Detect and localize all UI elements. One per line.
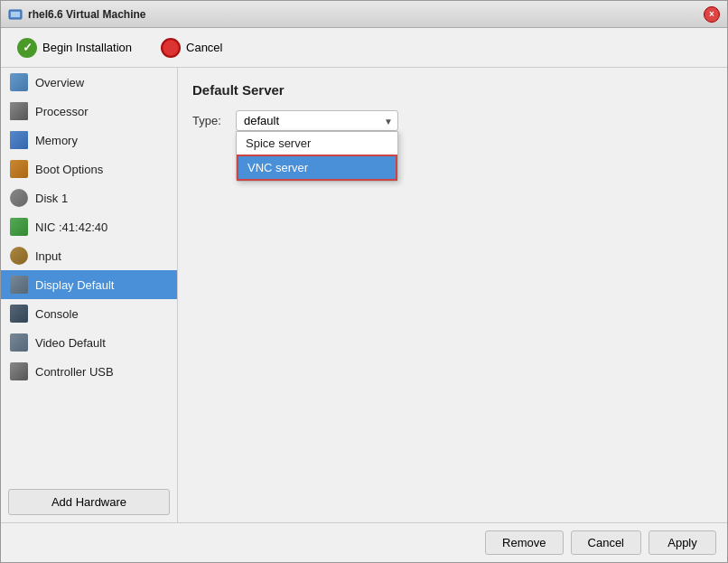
type-label: Type: — [192, 114, 229, 127]
type-form-row: Type: default Spice server VNC server ▼ … — [192, 110, 713, 131]
controller-icon — [10, 362, 28, 380]
sidebar-item-processor[interactable]: Processor — [1, 97, 177, 126]
sidebar-label-display-default: Display Default — [35, 278, 114, 292]
footer-cancel-button[interactable]: Cancel — [571, 530, 641, 555]
sidebar-item-input[interactable]: Input — [1, 241, 177, 270]
remove-button[interactable]: Remove — [485, 530, 563, 555]
main-content: Default Server Type: default Spice serve… — [178, 68, 727, 522]
display-icon — [10, 276, 28, 294]
sidebar-label-nic: NIC :41:42:40 — [35, 221, 107, 234]
dropdown-item-spice[interactable]: Spice server — [237, 132, 397, 155]
window-title: rhel6.6 Virtual Machine — [28, 8, 146, 21]
overview-icon — [10, 73, 28, 91]
type-select[interactable]: default Spice server VNC server — [236, 110, 398, 131]
dropdown-item-vnc[interactable]: VNC server — [237, 155, 397, 181]
sidebar-label-video-default: Video Default — [35, 336, 106, 350]
disk-icon — [10, 189, 28, 207]
memory-icon — [10, 131, 28, 149]
sidebar-item-controller-usb[interactable]: Controller USB — [1, 357, 177, 386]
sidebar-item-overview[interactable]: Overview — [1, 68, 177, 97]
sidebar-item-display-default[interactable]: Display Default — [1, 270, 177, 299]
begin-installation-button[interactable]: Begin Installation — [10, 34, 139, 61]
type-select-wrapper: default Spice server VNC server ▼ Spice … — [236, 110, 398, 131]
sidebar-spacer — [1, 386, 177, 482]
sidebar-label-memory: Memory — [35, 134, 78, 147]
video-icon — [10, 333, 28, 352]
sidebar-label-disk1: Disk 1 — [35, 192, 68, 205]
content-area: Overview Processor Memory Boot Options D… — [1, 68, 727, 522]
input-icon — [10, 247, 28, 265]
sidebar-label-boot-options: Boot Options — [35, 163, 103, 176]
sidebar-label-console: Console — [35, 307, 79, 321]
title-bar: rhel6.6 Virtual Machine × — [1, 1, 727, 28]
cancel-button[interactable]: Cancel — [154, 34, 229, 61]
sidebar-label-processor: Processor — [35, 105, 89, 118]
begin-icon — [17, 38, 37, 58]
type-dropdown-menu: Spice server VNC server — [236, 131, 398, 182]
sidebar-item-video-default[interactable]: Video Default — [1, 328, 177, 357]
cancel-label: Cancel — [186, 41, 222, 54]
toolbar: Begin Installation Cancel — [1, 28, 727, 68]
section-title: Default Server — [192, 82, 713, 98]
svg-rect-1 — [11, 12, 20, 17]
window-icon — [8, 7, 23, 22]
main-window: rhel6.6 Virtual Machine × Begin Installa… — [0, 0, 728, 563]
add-hardware-button[interactable]: Add Hardware — [8, 489, 170, 515]
processor-icon — [10, 102, 28, 120]
sidebar-label-overview: Overview — [35, 76, 84, 89]
apply-button[interactable]: Apply — [649, 530, 716, 555]
sidebar-label-controller-usb: Controller USB — [35, 365, 114, 379]
begin-installation-label: Begin Installation — [42, 41, 132, 54]
footer: Remove Cancel Apply — [1, 522, 727, 562]
cancel-icon — [161, 38, 181, 58]
title-bar-left: rhel6.6 Virtual Machine — [8, 7, 146, 22]
close-button[interactable]: × — [704, 6, 720, 23]
console-icon — [10, 305, 28, 323]
sidebar-item-nic[interactable]: NIC :41:42:40 — [1, 212, 177, 241]
sidebar-item-boot-options[interactable]: Boot Options — [1, 155, 177, 183]
nic-icon — [10, 218, 28, 236]
sidebar-item-memory[interactable]: Memory — [1, 126, 177, 155]
sidebar: Overview Processor Memory Boot Options D… — [1, 68, 178, 522]
sidebar-item-disk1[interactable]: Disk 1 — [1, 183, 177, 212]
sidebar-item-console[interactable]: Console — [1, 299, 177, 328]
boot-icon — [10, 160, 28, 178]
sidebar-label-input: Input — [35, 249, 61, 263]
